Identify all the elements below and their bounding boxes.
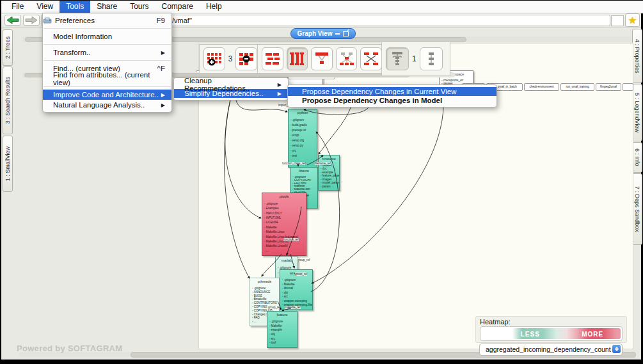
preferences-icon <box>43 17 52 24</box>
menu-item-label: Model Information <box>53 33 112 40</box>
tab-properties[interactable]: 4 : Properties <box>632 29 642 83</box>
menu-item-improve-code[interactable]: Improve Code and Architecture.. ▶ <box>43 90 171 100</box>
graph-view-header[interactable]: Graph View <box>290 28 356 39</box>
graph-node-title: python <box>289 109 317 116</box>
tab-legendview-label: 5 : LegendView <box>634 93 640 132</box>
menu-compare[interactable]: Compare <box>155 1 200 13</box>
layout-layers-button[interactable] <box>262 47 283 70</box>
tab-legendview[interactable]: 5 : LegendView <box>632 84 642 141</box>
add-nodes-button[interactable] <box>203 47 225 70</box>
graph-node-item: src <box>290 148 317 154</box>
menu-share[interactable]: Share <box>90 1 123 13</box>
menu-item-preferences[interactable]: Preferences F9 <box>43 15 171 26</box>
graph-node-item: param <box>321 185 339 188</box>
menu-item-transform[interactable]: Transform.. ▶ <box>43 47 171 58</box>
graph-node-item: wrapper.sweeping <box>282 299 312 304</box>
popout-icon[interactable] <box>343 31 349 36</box>
menu-view[interactable]: View <box>30 1 60 13</box>
menu-item-model-information[interactable]: Model Information <box>43 31 171 42</box>
bookmark-button[interactable]: ★ <box>625 13 640 27</box>
graph-node-item: Makefile.Linux <box>264 230 306 234</box>
graph-chip-node[interactable]: run_vmaf_training <box>560 83 594 91</box>
tools-menu: Preferences F9 Model Information Transfo… <box>42 13 172 113</box>
graph-node-title: matlab <box>276 257 298 264</box>
star-icon: ★ <box>628 15 637 25</box>
graph-node-item: .gitignore <box>264 202 306 206</box>
tab-properties-label: 4 : Properties <box>634 39 640 74</box>
minimize-icon[interactable] <box>335 33 340 35</box>
graph-node-feature[interactable]: feature.gitignoreMakefileexampleobjsrcto… <box>267 311 298 348</box>
menu-bar: File View Tools Share Tours Compare Help <box>1 1 643 13</box>
collapse-stack-button[interactable] <box>420 47 443 70</box>
menu-item-propose-current-view[interactable]: Propose Dependency Changes in Current Vi… <box>288 87 496 96</box>
tab-trees-label: 2 : Trees <box>4 36 11 59</box>
tab-info-label: 6 : Info <box>634 148 640 166</box>
tab-smallview[interactable]: 1 : SmallView <box>3 136 13 192</box>
graph-node-item-list: .gitignorebuild.gradleprereqs.txtscripts… <box>289 116 317 159</box>
graph-node-ptools[interactable]: ptools.gitignoreExamplesINPUT.DICTINPUT.… <box>262 193 306 256</box>
tab-info[interactable]: 6 : Info <box>632 142 642 173</box>
expand-panel: 1 <box>381 42 450 76</box>
menu-item-label: Transform.. <box>53 49 90 56</box>
graph-node-python[interactable]: python.gitignorebuild.gradleprereqs.txts… <box>288 109 317 168</box>
graph-chip-node[interactable]: check-environment <box>524 83 559 91</box>
powered-by-label: Powered by SOFTAGRAM <box>17 344 122 353</box>
graph-chip-node[interactable]: ffmpeg2vmaf <box>596 83 621 91</box>
tree-down-layout-icon <box>314 51 329 67</box>
remove-grid-icon <box>238 51 255 67</box>
columns-layout-icon <box>289 51 305 67</box>
layout-hierarchy-button[interactable] <box>336 47 358 70</box>
improve-submenu: Cleanup Recommendations.. ▶ Simplify Dep… <box>173 77 289 100</box>
graph-node-item-list: .gitignoreExamplesINPUT.DICTINPUT.XMLLIC… <box>262 200 306 253</box>
app-frame: File View Tools Share Tours Compare Help… <box>1 1 641 360</box>
gray-stack-icon <box>424 51 439 67</box>
graph-node-item: setup.cfg <box>290 138 317 143</box>
hierarchy-layout-icon <box>339 51 354 67</box>
graph-node-item: setup.py <box>290 143 317 148</box>
back-button[interactable] <box>4 15 21 26</box>
graph-node-item: Examples <box>264 206 306 210</box>
tab-search-results[interactable]: 3 : Search Results <box>3 67 13 134</box>
back-arrow-icon <box>6 16 19 24</box>
graph-node-item: Makefile.Linux64 <box>264 244 306 248</box>
forward-button[interactable] <box>23 15 40 26</box>
graph-node-item: .gitignore <box>269 320 297 324</box>
graph-chip-node[interactable] <box>623 83 633 91</box>
graph-node-item: build.gradle <box>290 123 317 128</box>
menu-item-label: Preferences <box>55 17 95 24</box>
graph-node-item: src <box>269 337 297 342</box>
menu-tools[interactable]: Tools <box>60 1 90 13</box>
graph-node-item: tool <box>269 341 297 345</box>
menu-file[interactable]: File <box>5 1 30 13</box>
secondary-field[interactable] <box>611 15 624 26</box>
heatmap-gradient: LESS MORE <box>482 328 621 339</box>
select-stepper-icon[interactable] <box>612 345 621 353</box>
submenu-arrow-icon: ▶ <box>161 50 165 56</box>
graph-node-item: LICENSE <box>264 220 306 225</box>
edge-label: group_ref <box>298 258 310 262</box>
menu-item-propose-model[interactable]: Propose Dependency Changes in Model <box>288 96 496 105</box>
menu-item-cleanup-recommendations[interactable]: Cleanup Recommendations.. ▶ <box>174 80 288 89</box>
graph-node-item: Makefile <box>264 225 306 230</box>
submenu-arrow-icon: ▶ <box>161 92 165 98</box>
graph-node-resource[interactable]: resourcedatasetdocexamplefeature_paramim… <box>318 155 340 191</box>
menu-item-label: Find from attributes... (current view) <box>53 71 165 86</box>
menu-help[interactable]: Help <box>200 1 228 13</box>
tab-deps-sandbox[interactable]: 7 : Deps Sandbox <box>632 173 642 245</box>
menu-item-find-from-attributes[interactable]: Find from attributes... (current view) <box>43 74 171 84</box>
heatmap-panel: Heatmap: LESS MORE <box>475 316 627 343</box>
graph-node-item: libvmaf <box>282 287 312 291</box>
remove-nodes-button[interactable] <box>235 47 257 70</box>
menu-tours[interactable]: Tours <box>123 1 155 13</box>
graph-node-item: INPUT.DICT <box>264 211 306 216</box>
menu-item-natural-language[interactable]: Natural Language Analysis.. ▶ <box>43 100 171 110</box>
graph-node-title: pthreads <box>250 278 279 285</box>
tab-trees[interactable]: 2 : Trees <box>3 29 13 66</box>
graph-node-item: model_param <box>321 181 339 184</box>
layout-tree-down-button[interactable] <box>311 47 333 70</box>
heatmap-metric-select[interactable]: aggregated_incoming_dependency_count <box>479 344 623 356</box>
application-window: File View Tools Share Tours Compare Help… <box>0 0 643 364</box>
layout-columns-button[interactable] <box>287 47 308 70</box>
layout-crossing-button[interactable] <box>360 47 382 70</box>
expand-tree-button[interactable] <box>386 47 409 70</box>
